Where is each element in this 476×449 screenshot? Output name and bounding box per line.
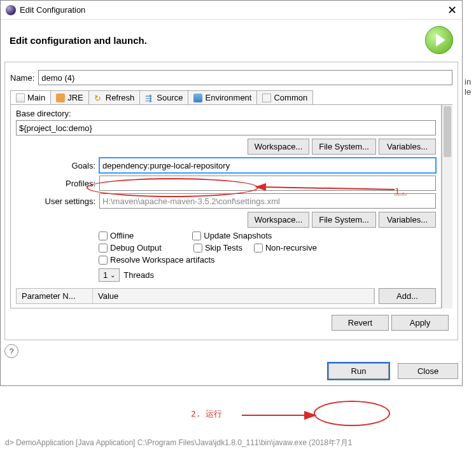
- threads-label: Threads: [123, 270, 154, 280]
- param-name-col[interactable]: Parameter N...: [17, 289, 93, 303]
- apply-button[interactable]: Apply: [391, 315, 449, 331]
- value-col[interactable]: Value: [93, 289, 374, 303]
- offline-checkbox[interactable]: Offline: [99, 231, 134, 240]
- content-area: Name: Main JRE ↻Refresh ⇶Source Environm…: [4, 62, 458, 340]
- environment-tab-icon: [193, 93, 202, 102]
- tab-main[interactable]: Main: [10, 90, 51, 104]
- annotation-arrow-2: [242, 407, 318, 424]
- name-label: Name:: [10, 73, 34, 83]
- refresh-tab-icon: ↻: [94, 93, 103, 102]
- goals-label: Goals:: [16, 161, 95, 170]
- profiles-label: Profiles:: [16, 179, 95, 188]
- name-input[interactable]: [38, 70, 452, 85]
- annotation-ellipse-2: [314, 401, 390, 426]
- user-settings-label: User settings:: [16, 197, 95, 206]
- filesystem-button-1[interactable]: File System...: [312, 139, 376, 155]
- dialog-window: Edit Configuration ✕ Edit configuration …: [0, 0, 463, 386]
- jre-tab-icon: [56, 93, 65, 102]
- base-dir-label: Base directory:: [16, 109, 436, 118]
- tab-refresh[interactable]: ↻Refresh: [88, 90, 141, 104]
- panel-scrollbar[interactable]: [442, 105, 452, 308]
- svg-marker-3: [304, 411, 317, 420]
- tab-environment[interactable]: Environment: [188, 90, 257, 104]
- background-text: inle: [465, 76, 471, 97]
- tab-jre[interactable]: JRE: [50, 90, 89, 104]
- run-large-icon: [425, 26, 453, 54]
- debug-output-checkbox[interactable]: Debug Output: [99, 243, 162, 252]
- params-table: Parameter N... Value: [16, 288, 375, 304]
- main-panel: Base directory: Workspace... File System…: [10, 105, 442, 308]
- filesystem-button-2[interactable]: File System...: [312, 212, 376, 228]
- eclipse-icon: [6, 5, 16, 15]
- tab-source[interactable]: ⇶Source: [139, 90, 188, 104]
- chevron-down-icon: ⌄: [110, 272, 115, 279]
- tabs: Main JRE ↻Refresh ⇶Source Environment Co…: [10, 90, 452, 105]
- skip-tests-checkbox[interactable]: Skip Tests: [193, 243, 242, 252]
- variables-button-1[interactable]: Variables...: [379, 139, 436, 155]
- close-icon[interactable]: ✕: [447, 3, 457, 17]
- window-title: Edit Configuration: [20, 5, 447, 15]
- variables-button-2[interactable]: Variables...: [379, 212, 436, 228]
- workspace-button-2[interactable]: Workspace...: [248, 212, 310, 228]
- threads-spinner[interactable]: 1⌄: [99, 268, 120, 282]
- source-tab-icon: ⇶: [145, 93, 154, 102]
- bottom-status-text: d> DemoApplication [Java Application] C:…: [0, 436, 476, 449]
- help-icon[interactable]: ?: [4, 344, 18, 358]
- dialog-header: Edit configuration and launch.: [1, 20, 462, 58]
- common-tab-icon: [262, 93, 271, 102]
- profiles-input[interactable]: [99, 176, 436, 191]
- resolve-ws-checkbox[interactable]: Resolve Workspace artifacts: [99, 255, 215, 265]
- heading: Edit configuration and launch.: [10, 35, 425, 46]
- goals-input[interactable]: [99, 158, 436, 173]
- annotation-label-2: 2. 运行: [191, 408, 222, 420]
- user-settings-input[interactable]: [99, 193, 436, 209]
- run-button[interactable]: Run: [328, 363, 389, 379]
- workspace-button-1[interactable]: Workspace...: [248, 139, 310, 155]
- revert-button[interactable]: Revert: [332, 315, 389, 331]
- non-recursive-checkbox[interactable]: Non-recursive: [254, 243, 317, 252]
- tab-common[interactable]: Common: [256, 90, 313, 104]
- titlebar: Edit Configuration ✕: [1, 1, 462, 20]
- base-dir-input[interactable]: [16, 120, 436, 135]
- main-tab-icon: [16, 93, 25, 102]
- add-button[interactable]: Add...: [379, 288, 436, 304]
- close-button[interactable]: Close: [398, 363, 458, 379]
- update-snapshots-checkbox[interactable]: Update Snapshots: [192, 231, 272, 240]
